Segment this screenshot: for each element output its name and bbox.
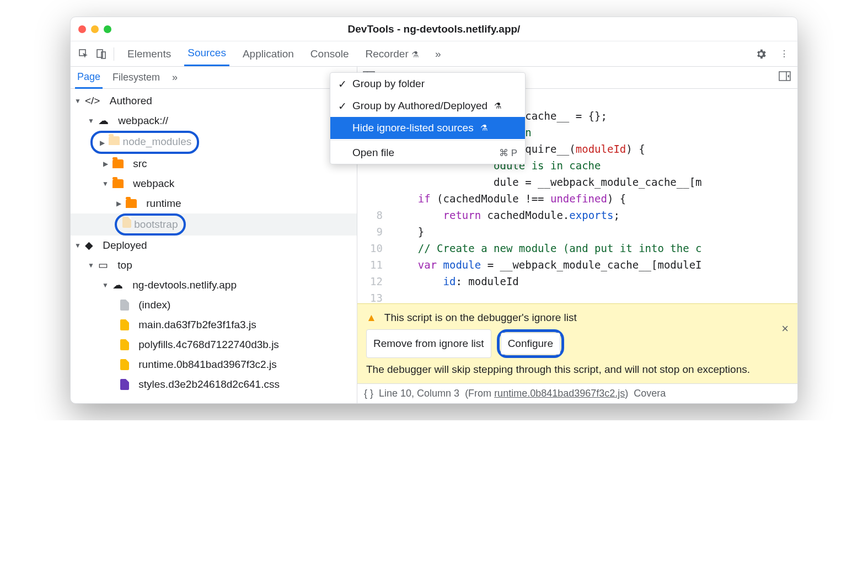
menu-separator — [330, 140, 525, 141]
menu-hide-ignored[interactable]: Hide ignore-listed sources ⚗ — [330, 117, 525, 139]
inspect-icon[interactable] — [76, 46, 92, 62]
tab-console[interactable]: Console — [307, 42, 352, 66]
warning-icon: ▲ — [366, 312, 377, 324]
flask-icon: ⚗ — [411, 50, 419, 59]
window-title: DevTools - ng-devtools.netlify.app/ — [111, 23, 757, 35]
file-icon — [120, 379, 129, 390]
file-icon — [120, 359, 129, 370]
flask-icon: ⚗ — [478, 123, 487, 133]
tree-src[interactable]: ▶ src — [71, 154, 357, 174]
tree-webpack-scheme[interactable]: ▼☁ webpack:// — [71, 111, 357, 131]
remove-ignore-button[interactable]: Remove from ignore list — [366, 329, 491, 358]
context-menu: ✓Group by folder ✓Group by Authored/Depl… — [330, 72, 526, 164]
tree-runtime-js[interactable]: runtime.0b841bad3967f3c2.js — [71, 355, 357, 375]
source-link[interactable]: runtime.0b841bad3967f3c2.js — [494, 388, 625, 399]
window-minimize[interactable] — [91, 25, 99, 33]
kebab-menu-icon[interactable]: ⋮ — [776, 46, 792, 62]
tree-webpack-folder[interactable]: ▼ webpack — [71, 174, 357, 194]
tab-recorder[interactable]: Recorder ⚗ — [362, 42, 422, 66]
code-brackets-icon: </> — [85, 91, 100, 111]
sidebar-tab-page[interactable]: Page — [75, 67, 103, 89]
tree-top[interactable]: ▼▭ top — [71, 255, 357, 275]
folder-icon — [112, 179, 124, 188]
main-tabs: Elements Sources Application Console Rec… — [119, 41, 751, 66]
file-icon — [120, 339, 129, 350]
cloud-icon: ☁ — [98, 111, 109, 131]
folder-icon — [112, 159, 124, 168]
folder-icon — [109, 136, 120, 145]
file-icon — [120, 300, 129, 311]
sidebar-tab-overflow[interactable]: » — [170, 67, 180, 88]
tree-deployed[interactable]: ▼◆ Deployed — [71, 236, 357, 255]
status-bar: { } Line 10, Column 3 (From runtime.0b84… — [357, 383, 797, 403]
window-close[interactable] — [78, 25, 86, 33]
cloud-icon: ☁ — [112, 275, 123, 295]
menu-group-authored[interactable]: ✓Group by Authored/Deployed ⚗ — [330, 95, 525, 117]
device-toolbar-icon[interactable] — [94, 46, 109, 62]
sources-sidebar: Page Filesystem » ⋮ ▼</> Authored ▼☁ web… — [71, 67, 357, 403]
file-icon — [122, 217, 131, 228]
close-icon[interactable]: × — [781, 322, 789, 336]
tab-overflow[interactable]: » — [432, 42, 444, 66]
settings-icon[interactable] — [753, 46, 769, 62]
cursor-position: Line 10, Column 3 — [379, 388, 459, 399]
tab-sources[interactable]: Sources — [184, 41, 229, 66]
menu-group-folder[interactable]: ✓Group by folder — [330, 73, 525, 95]
titlebar: DevTools - ng-devtools.netlify.app/ — [71, 17, 797, 41]
file-tree: ▼</> Authored ▼☁ webpack:// ▶ node_modul… — [71, 89, 357, 403]
window-icon: ▭ — [98, 255, 108, 275]
infobar-title: This script is on the debugger's ignore … — [384, 312, 577, 324]
tree-styles-css[interactable]: styles.d3e2b24618d2c641.css — [71, 375, 357, 394]
tree-domain[interactable]: ▼☁ ng-devtools.netlify.app — [71, 275, 357, 295]
window-zoom[interactable] — [104, 25, 111, 33]
editor-pane: common.mjs bootstrap × ✓Group by folder … — [357, 67, 797, 403]
pretty-print-icon[interactable]: { } — [364, 388, 373, 399]
cube-icon: ◆ — [85, 236, 93, 255]
main-toolbar: Elements Sources Application Console Rec… — [71, 41, 797, 67]
folder-icon — [126, 199, 137, 208]
tree-index[interactable]: (index) — [71, 295, 357, 315]
tab-application[interactable]: Application — [239, 42, 297, 66]
tab-elements[interactable]: Elements — [124, 42, 174, 66]
configure-button[interactable]: Configure — [501, 333, 560, 355]
tree-polyfills-js[interactable]: polyfills.4c768d7122740d3b.js — [71, 335, 357, 355]
menu-open-file[interactable]: Open file⌘ P — [330, 142, 525, 164]
tree-bootstrap-file[interactable]: bootstrap — [71, 213, 357, 236]
tree-main-js[interactable]: main.da63f7b2fe3f1fa3.js — [71, 315, 357, 335]
coverage-label: Covera — [634, 388, 666, 399]
tree-node-modules[interactable]: ▶ node_modules — [71, 131, 357, 154]
infobar-desc: The debugger will skip stepping through … — [366, 364, 789, 376]
tree-authored[interactable]: ▼</> Authored — [71, 91, 357, 111]
file-icon — [120, 319, 129, 330]
tree-runtime-folder[interactable]: ▶ runtime — [71, 194, 357, 213]
ignore-list-infobar: ▲This script is on the debugger's ignore… — [357, 303, 797, 383]
flask-icon: ⚗ — [492, 101, 501, 111]
toggle-debugger-icon[interactable] — [779, 71, 792, 84]
sidebar-tab-filesystem[interactable]: Filesystem — [110, 67, 162, 88]
